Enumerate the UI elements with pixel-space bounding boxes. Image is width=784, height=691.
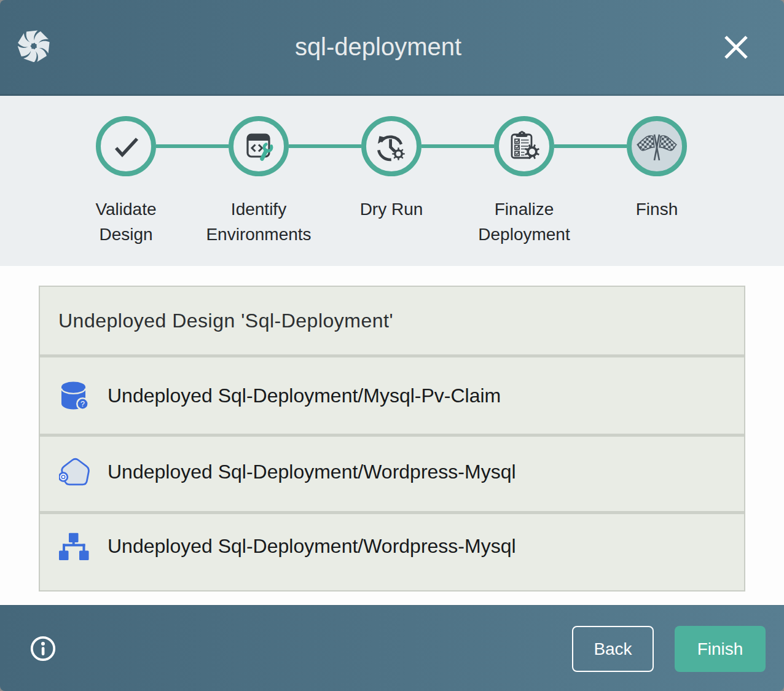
svg-text:?: ?	[80, 400, 85, 408]
